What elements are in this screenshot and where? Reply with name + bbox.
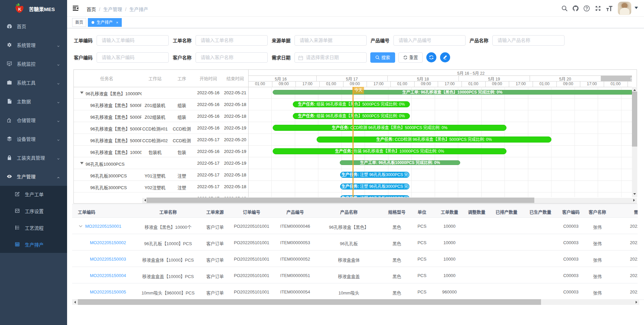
svg-text:K: K bbox=[18, 7, 21, 12]
